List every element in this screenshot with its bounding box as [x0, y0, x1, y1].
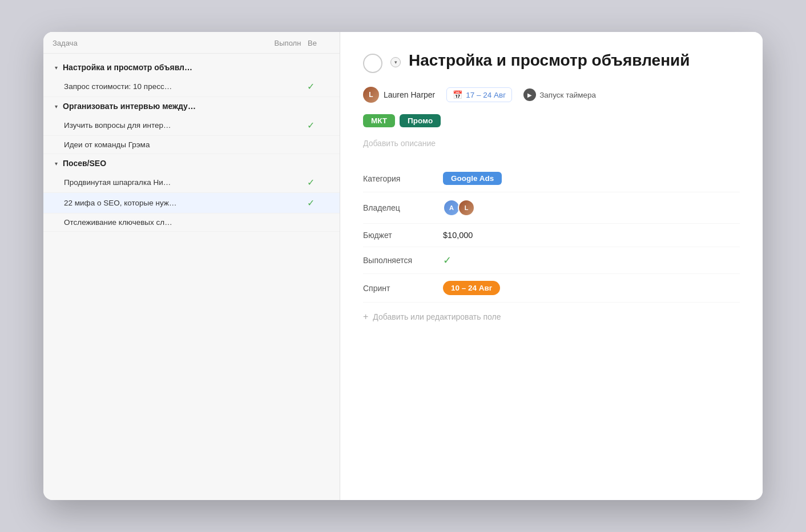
- checkmark-3-1: ✓: [307, 177, 315, 188]
- collapse-arrow-2[interactable]: ▾: [53, 103, 59, 110]
- check-cell-3-2: ✓: [291, 198, 331, 208]
- assignee-name: Lauren Harper: [384, 90, 435, 99]
- date-range-text: 17 – 24 Авг: [466, 91, 506, 99]
- group-row-1[interactable]: ▾ Настройка и просмотр объявл…: [43, 58, 340, 76]
- field-label-category: Категория: [363, 174, 443, 183]
- task-row-3-2[interactable]: 22 мифа о SEO, которые нуж… ✓: [43, 193, 340, 213]
- plus-icon: +: [363, 312, 368, 322]
- status-checkmark[interactable]: ✓: [443, 254, 452, 267]
- checkmark-1-1: ✓: [307, 81, 315, 92]
- tags-row: МКТ Промо: [363, 114, 740, 127]
- checkmark-3-2: ✓: [307, 198, 315, 208]
- play-icon: ▶: [523, 88, 536, 101]
- field-value-budget: $10,000: [443, 231, 473, 240]
- task-title-row: ▾ Настройка и просмотр объявлений: [363, 50, 740, 73]
- col-done: Выполн: [268, 39, 308, 47]
- check-cell-3-1: ✓: [291, 177, 331, 188]
- add-field-row[interactable]: + Добавить или редактировать поле: [363, 303, 740, 331]
- task-list-panel: Задача Выполн Ве ▾ Настройка и просмотр …: [43, 32, 340, 500]
- status-dropdown-button[interactable]: ▾: [390, 57, 401, 67]
- table-header: Задача Выполн Ве: [43, 32, 340, 54]
- category-badge[interactable]: Google Ads: [443, 172, 502, 185]
- task-name-2-2: Идеи от команды Грэма: [64, 140, 291, 149]
- field-row-budget: Бюджет $10,000: [363, 224, 740, 247]
- field-row-sprint: Спринт 10 – 24 Авг: [363, 274, 740, 303]
- check-cell-1-1: ✓: [291, 81, 331, 92]
- task-name-3-1: Продвинутая шпаргалка Ни…: [64, 178, 291, 187]
- status-circle[interactable]: [363, 54, 382, 73]
- avatar-owner-2[interactable]: L: [458, 199, 475, 216]
- field-row-owner: Владелец A L: [363, 192, 740, 224]
- col-task: Задача: [53, 39, 268, 47]
- field-row-category: Категория Google Ads: [363, 165, 740, 192]
- check-cell-2-1: ✓: [291, 120, 331, 131]
- task-row-2-2[interactable]: Идеи от команды Грэма: [43, 136, 340, 154]
- group-row-2[interactable]: ▾ Организовать интервью между…: [43, 97, 340, 115]
- task-title: Настройка и просмотр объявлений: [409, 50, 690, 70]
- field-row-status: Выполняется ✓: [363, 247, 740, 274]
- task-name-1-1: Запрос стоимости: 10 пресс…: [64, 82, 291, 91]
- task-name-3-2: 22 мифа о SEO, которые нуж…: [64, 199, 291, 207]
- task-list: ▾ Настройка и просмотр объявл… Запрос ст…: [43, 54, 340, 236]
- task-detail-panel: ▾ Настройка и просмотр объявлений L Laur…: [340, 32, 763, 500]
- group-title-1: Настройка и просмотр объявл…: [63, 63, 192, 72]
- description-field[interactable]: Добавить описание: [363, 139, 740, 148]
- sprint-badge[interactable]: 10 – 24 Авг: [443, 281, 500, 295]
- task-row-3-3[interactable]: Отслеживание ключевых сл…: [43, 213, 340, 232]
- collapse-arrow-1[interactable]: ▾: [53, 64, 59, 71]
- avatar-assignee: L: [363, 87, 379, 103]
- task-row-3-1[interactable]: Продвинутая шпаргалка Ни… ✓: [43, 172, 340, 193]
- budget-amount[interactable]: $10,000: [443, 231, 473, 240]
- col-vel: Ве: [308, 39, 331, 47]
- field-label-status: Выполняется: [363, 256, 443, 265]
- task-name-3-3: Отслеживание ключевых сл…: [64, 218, 291, 227]
- date-range-picker[interactable]: 📅 17 – 24 Авг: [446, 87, 512, 102]
- tag-mkt[interactable]: МКТ: [363, 114, 395, 127]
- collapse-arrow-3[interactable]: ▾: [53, 160, 59, 167]
- group-row-3[interactable]: ▾ Посев/SEO: [43, 154, 340, 172]
- field-label-budget: Бюджет: [363, 231, 443, 240]
- task-row-2-1[interactable]: Изучить вопросы для интер… ✓: [43, 115, 340, 136]
- checkmark-2-1: ✓: [307, 120, 315, 131]
- add-field-label: Добавить или редактировать поле: [373, 312, 501, 321]
- group-title-3: Посев/SEO: [63, 159, 106, 168]
- timer-label: Запуск таймера: [539, 91, 596, 99]
- tag-promo[interactable]: Промо: [400, 114, 441, 127]
- field-label-owner: Владелец: [363, 203, 443, 212]
- field-value-status: ✓: [443, 254, 452, 267]
- calendar-icon: 📅: [453, 90, 462, 99]
- task-row-1-1[interactable]: Запрос стоимости: 10 пресс… ✓: [43, 76, 340, 97]
- field-value-sprint: 10 – 24 Авг: [443, 281, 500, 295]
- field-value-category: Google Ads: [443, 172, 502, 185]
- task-name-2-1: Изучить вопросы для интер…: [64, 121, 291, 130]
- field-label-sprint: Спринт: [363, 284, 443, 293]
- meta-row: L Lauren Harper 📅 17 – 24 Авг ▶ Запуск т…: [363, 87, 740, 103]
- assignee-group[interactable]: L Lauren Harper: [363, 87, 435, 103]
- timer-button[interactable]: ▶ Запуск таймера: [523, 88, 596, 101]
- field-value-owner: A L: [443, 199, 473, 216]
- group-title-2: Организовать интервью между…: [63, 102, 196, 111]
